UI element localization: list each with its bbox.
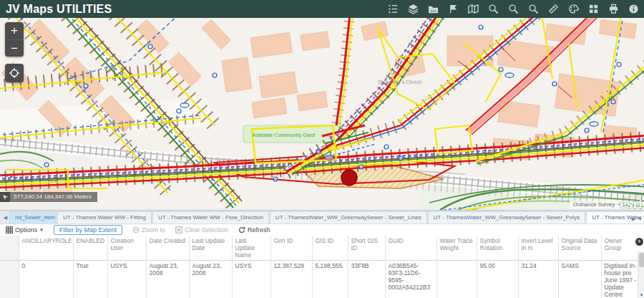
options-menu-button[interactable]: Options ▼ [6, 226, 44, 234]
cell: 95.00 [477, 261, 518, 298]
info-icon[interactable] [628, 3, 640, 15]
select-search-icon[interactable] [527, 3, 540, 15]
col-water-trace-weight[interactable]: Water Trace Weight [436, 236, 477, 261]
tab-greenwaysewer-polys[interactable]: UT - ThamesWater_WW_GreenwaySewer - Sewe… [428, 211, 585, 224]
coordinate-readout: 577,240.14 184,347.06 Meters [10, 192, 97, 202]
measure-icon[interactable] [547, 3, 560, 15]
cell: USYS [107, 261, 146, 298]
col-original-data-source[interactable]: Original Data Source [558, 236, 601, 261]
cell: August 23, 2008 [146, 261, 189, 298]
col-gen-id[interactable]: Gen ID [270, 236, 312, 261]
col-gis-id[interactable]: GIS ID [312, 236, 348, 261]
print-icon[interactable] [608, 3, 620, 15]
zoom-in-button[interactable]: + [5, 22, 24, 39]
tabs-menu-icon[interactable]: ▼ [638, 216, 643, 222]
col-short-gis-id[interactable]: Short GIS ID [348, 236, 385, 261]
table-toolbar: Options ▼ Filter by Map Extent Zoom to C… [0, 224, 644, 236]
options-caret-icon: ▼ [39, 228, 44, 232]
cell: True [73, 261, 107, 298]
zoom-out-button[interactable]: − [5, 39, 24, 57]
apps-grid-icon[interactable] [587, 3, 600, 15]
query-icon[interactable] [507, 3, 519, 15]
cell: 12,387,529 [270, 261, 312, 298]
options-label: Options [15, 226, 37, 234]
crosshair-icon [9, 67, 20, 79]
column-options-button[interactable]: + [635, 238, 643, 246]
zoom-control: + − [5, 22, 24, 57]
refresh-button[interactable]: Refresh [238, 226, 270, 234]
table-header-row: ANCILLARYROLE ENABLED Creation User Date… [0, 236, 644, 261]
map-attribution: Ordnance Survey [570, 201, 618, 208]
legend-icon[interactable] [387, 3, 399, 15]
map-canvas[interactable]: Adelaide Community Gard St Saviour's Chu… [0, 18, 644, 210]
layers-icon[interactable] [407, 3, 419, 15]
zoom-to-icon [132, 226, 140, 234]
cell: USYS [232, 261, 270, 298]
col-symbol-rotation[interactable]: Symbol Rotation [477, 236, 518, 261]
row-selector-header [0, 236, 19, 261]
refresh-icon [238, 226, 245, 234]
church-label: St Saviour's Church [378, 80, 422, 85]
tab-fitting[interactable]: UT - Thames Water WW - Fitting [57, 211, 152, 224]
zoom-to-label: Zoom to [142, 226, 165, 234]
refresh-label: Refresh [248, 226, 270, 234]
table-scrollbar[interactable]: ▼ [638, 251, 644, 298]
attribute-table-tabs: ◀ nd_Sewer_Item UT - Thames Water WW - F… [0, 210, 644, 224]
edit-palette-icon[interactable] [567, 3, 580, 15]
selected-feature-point [341, 170, 357, 186]
table-row[interactable]: 0 True USYS August 23, 2008 August 23, 2… [0, 261, 644, 298]
tabs-scroll-left-icon[interactable]: ◀ [1, 211, 9, 224]
search-icon[interactable] [487, 3, 499, 15]
cell [436, 261, 477, 298]
grid-icon [6, 226, 13, 234]
attribute-table-icon[interactable] [427, 3, 439, 15]
clear-selection-label: Clear Selection [185, 226, 228, 234]
cell: SAMS [558, 261, 601, 298]
cursor-location-icon[interactable] [0, 192, 10, 202]
coordinate-widget: 577,240.14 184,347.06 Meters [0, 192, 97, 202]
esri-wordmark: esri [620, 199, 643, 210]
default-extent-button[interactable] [5, 64, 24, 82]
app-title: JV Maps UTILITIES [6, 3, 112, 16]
col-ancillaryrole[interactable]: ANCILLARYROLE [19, 236, 73, 261]
basemap-icon[interactable] [467, 3, 479, 15]
map-graphics: Adelaide Community Gard St Saviour's Chu… [0, 18, 644, 210]
esri-logo: Powered by esri [620, 196, 643, 211]
col-last-update-date[interactable]: Last Update Date [189, 236, 232, 261]
cell: 33F8B [348, 261, 385, 298]
col-creation-user[interactable]: Creation User [107, 236, 146, 261]
tabs-scroll-right-icon[interactable]: ▶ [632, 216, 635, 222]
zoom-to-button[interactable]: Zoom to [132, 226, 165, 234]
col-guid[interactable]: GUID [385, 236, 436, 261]
cell: 0 [19, 261, 73, 298]
row-selector[interactable] [0, 261, 19, 298]
attribute-table: + ANCILLARYROLE ENABLED Creation User Da… [0, 236, 644, 298]
tab-flow-direction[interactable]: UT - Thames Water WW - Flow_Direction [152, 211, 269, 224]
clear-selection-icon [175, 226, 182, 234]
header-toolbar [387, 3, 640, 15]
col-last-update-name[interactable]: Last Update Name [232, 236, 270, 261]
scrollbar-down-icon[interactable]: ▼ [638, 293, 644, 297]
col-enabled[interactable]: ENABLED [73, 236, 107, 261]
filter-by-map-extent-button[interactable]: Filter by Map Extent [54, 225, 122, 235]
cell: A036B545-93F3-11D6-9595-0002A54212B3 [385, 261, 436, 298]
app-header: JV Maps UTILITIES [0, 0, 644, 18]
clear-selection-button[interactable]: Clear Selection [175, 226, 228, 234]
col-date-created[interactable]: Date Created [146, 236, 189, 261]
col-invert-level[interactable]: Invert Level in m [518, 236, 558, 261]
scrollbar-thumb[interactable] [639, 253, 644, 267]
cell: August 23, 2008 [189, 261, 232, 298]
tabs-overflow-controls: ▶ ▼ [632, 216, 643, 222]
cell: 31.24 [518, 261, 558, 298]
tab-greenwaysewer-lines[interactable]: UT - ThamesWater_WW_GreenwaySewer - Sewe… [270, 211, 427, 224]
cell: 5,198,555 [312, 261, 348, 298]
park-label: Adelaide Community Gard [252, 132, 315, 138]
draw-flag-icon[interactable] [447, 3, 459, 15]
tab-sewer-item[interactable]: nd_Sewer_Item [9, 211, 57, 224]
